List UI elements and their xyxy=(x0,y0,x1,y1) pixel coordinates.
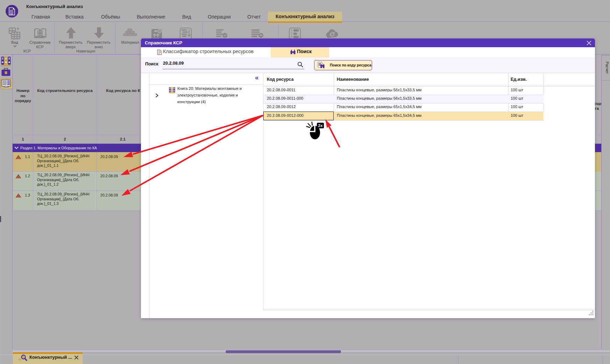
svg-text:2x: 2x xyxy=(318,123,323,128)
